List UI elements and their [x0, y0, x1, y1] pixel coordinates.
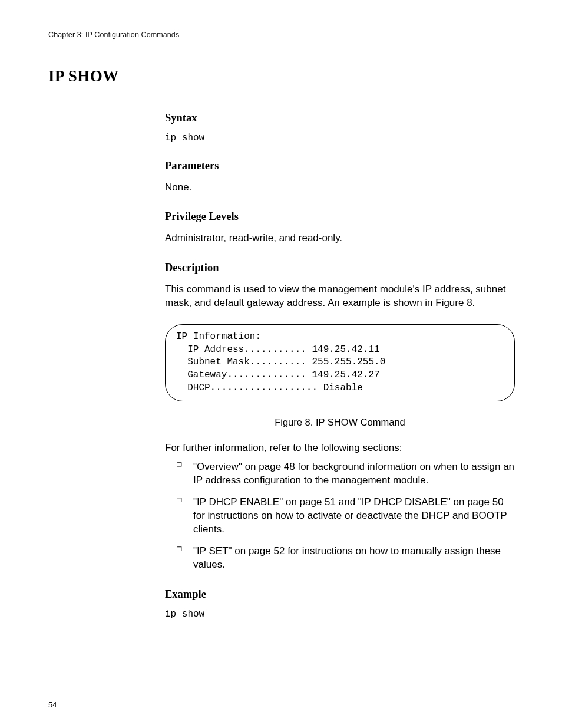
example-heading: Example — [165, 588, 515, 601]
privilege-heading: Privilege Levels — [165, 210, 515, 223]
list-item: "IP SET" on page 52 for instructions on … — [180, 545, 515, 572]
list-item: "Overview" on page 48 for background inf… — [180, 460, 515, 487]
syntax-code: ip show — [165, 133, 515, 143]
bullets-list: "Overview" on page 48 for background inf… — [180, 460, 515, 572]
description-heading: Description — [165, 262, 515, 274]
description-intro: This command is used to view the managem… — [165, 282, 515, 310]
output-lines: IP Information: IP Address........... 14… — [176, 331, 506, 395]
content-body: Syntax ip show Parameters None. Privileg… — [165, 112, 515, 620]
syntax-heading: Syntax — [165, 112, 515, 124]
further-intro: For further information, refer to the fo… — [165, 441, 515, 454]
output-box: IP Information: IP Address........... 14… — [165, 324, 515, 401]
list-item: "IP DHCP ENABLE" on page 51 and "IP DHCP… — [180, 496, 515, 536]
parameters-text: None. — [165, 180, 515, 194]
running-header: Chapter 3: IP Configuration Commands — [48, 31, 515, 39]
page: Chapter 3: IP Configuration Commands IP … — [0, 0, 562, 728]
figure-caption: Figure 8. IP SHOW Command — [165, 417, 515, 428]
privilege-text: Administrator, read-write, and read-only… — [165, 231, 515, 245]
page-number: 54 — [48, 700, 57, 709]
example-code: ip show — [165, 609, 515, 620]
command-title: IP SHOW — [48, 67, 515, 88]
parameters-heading: Parameters — [165, 160, 515, 172]
